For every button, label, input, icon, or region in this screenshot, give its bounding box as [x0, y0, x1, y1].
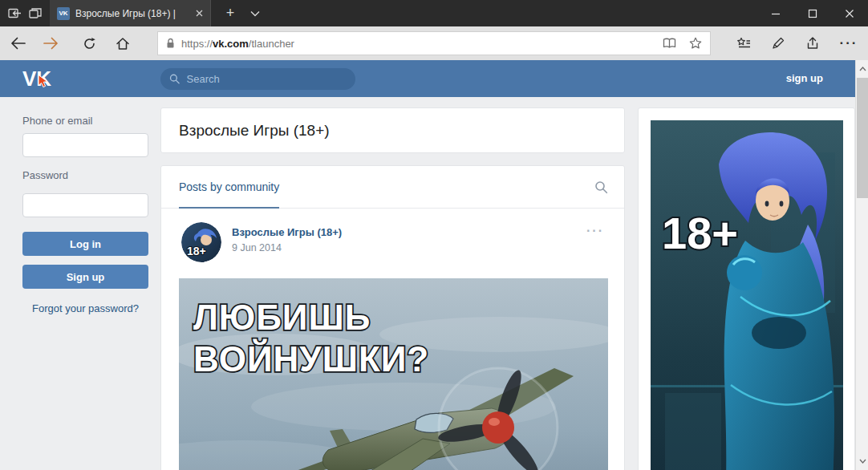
- window-controls: [757, 0, 868, 26]
- vk-top-header: VK sign up: [0, 60, 855, 97]
- pen-icon: [772, 37, 785, 50]
- wall-card: Posts by community 18+ Взрослые Игры (18…: [160, 165, 625, 470]
- wall-search-icon[interactable]: [594, 180, 608, 194]
- favorite-star-icon[interactable]: [689, 37, 702, 50]
- search-icon: [169, 73, 180, 85]
- maximize-button[interactable]: [794, 0, 831, 26]
- tab-close-button[interactable]: [196, 10, 203, 17]
- home-icon: [116, 37, 130, 51]
- vk-favicon-icon: VK: [57, 7, 70, 20]
- post-menu-button[interactable]: ···: [586, 224, 604, 238]
- forward-arrow-icon: [43, 37, 59, 50]
- home-button[interactable]: [107, 26, 138, 60]
- refresh-button[interactable]: [74, 26, 104, 60]
- page-title: Взрослые Игры (18+): [161, 108, 624, 152]
- url-path: /tlauncher: [249, 38, 294, 50]
- set-tabs-aside-button[interactable]: [8, 7, 22, 19]
- post-author-link[interactable]: Взрослые Игры (18+): [232, 226, 342, 238]
- chevron-up-icon: [859, 67, 866, 71]
- tab-posts-by-community[interactable]: Posts by community: [179, 166, 279, 209]
- email-field[interactable]: [22, 133, 148, 157]
- tab-title: Взрослые Игры (18+) |: [75, 8, 190, 19]
- browser-navbar: https://vk.com/tlauncher ···: [0, 26, 868, 60]
- sidebar-banner-card: 18+: [638, 107, 855, 470]
- vk-search-box[interactable]: [160, 68, 355, 90]
- browser-titlebar: VK Взрослые Игры (18+) | +: [0, 0, 868, 26]
- email-label: Phone or email: [22, 115, 92, 127]
- url-scheme: https://: [181, 38, 213, 50]
- new-tab-button[interactable]: +: [218, 0, 242, 26]
- page-scrollbar[interactable]: [855, 60, 868, 470]
- chevron-down-icon: [250, 10, 260, 17]
- banner-image[interactable]: 18+: [651, 120, 843, 470]
- post-header: 18+ Взрослые Игры (18+) 9 Jun 2014 ···: [181, 222, 604, 262]
- password-label: Password: [22, 169, 68, 181]
- meme-text-line2: ВОЙНУШКИ?: [193, 338, 429, 379]
- scroll-down-button[interactable]: [856, 455, 868, 468]
- share-button[interactable]: [797, 26, 828, 60]
- set-tabs-aside-icon: [8, 7, 22, 19]
- forward-button[interactable]: [35, 26, 66, 60]
- lock-icon: [166, 38, 175, 49]
- banner-age-text: 18+: [662, 208, 738, 258]
- browser-window: VK Взрослые Игры (18+) | +: [0, 0, 868, 470]
- tab-management-area: [0, 0, 50, 26]
- avatar-age-badge: 18+: [187, 245, 206, 257]
- hub-button[interactable]: [728, 26, 759, 60]
- post-image[interactable]: ЛЮБИШЬ ВОЙНУШКИ?: [179, 278, 608, 470]
- url-text: https://vk.com/tlauncher: [181, 38, 294, 50]
- post-date-link[interactable]: 9 Jun 2014: [232, 242, 282, 253]
- chevron-down-icon: [859, 459, 866, 464]
- forgot-password-link[interactable]: Forgot your password?: [0, 302, 171, 314]
- url-host: vk.com: [213, 38, 249, 50]
- scroll-up-button[interactable]: [856, 63, 868, 75]
- address-bar[interactable]: https://vk.com/tlauncher: [157, 31, 711, 55]
- log-in-button[interactable]: Log in: [22, 232, 148, 256]
- hub-icon: [736, 37, 751, 50]
- vk-page: Phone or email Password Log in Sign up F…: [0, 97, 855, 470]
- tab-list-button[interactable]: [243, 0, 267, 26]
- tab-stack-icon: [29, 7, 42, 19]
- close-icon: [196, 10, 203, 17]
- community-title-card: Взрослые Игры (18+): [160, 107, 625, 153]
- settings-more-button[interactable]: ···: [832, 26, 866, 60]
- close-icon: [845, 9, 854, 18]
- meme-text-line1: ЛЮБИШЬ: [193, 298, 371, 337]
- reading-view-icon[interactable]: [663, 38, 676, 49]
- header-sign-up-link[interactable]: sign up: [786, 60, 823, 97]
- tabs-set-aside-button[interactable]: [29, 7, 42, 19]
- maximize-icon: [808, 9, 817, 18]
- web-note-button[interactable]: [763, 26, 793, 60]
- mouse-cursor-icon: [38, 75, 51, 92]
- share-icon: [806, 37, 819, 50]
- sign-up-button[interactable]: Sign up: [22, 265, 148, 289]
- password-field[interactable]: [22, 193, 148, 217]
- wall-tabs-row: Posts by community: [161, 166, 624, 209]
- community-avatar[interactable]: 18+: [181, 222, 221, 262]
- refresh-icon: [83, 37, 96, 51]
- back-arrow-icon: [10, 37, 26, 50]
- minimize-button[interactable]: [757, 0, 794, 26]
- search-input[interactable]: [187, 73, 347, 85]
- ellipsis-icon: ···: [840, 39, 858, 47]
- scrollbar-thumb[interactable]: [857, 78, 868, 198]
- minimize-icon: [771, 9, 781, 18]
- close-window-button[interactable]: [831, 0, 868, 26]
- back-button[interactable]: [3, 26, 34, 60]
- browser-tab[interactable]: VK Взрослые Игры (18+) |: [50, 0, 211, 26]
